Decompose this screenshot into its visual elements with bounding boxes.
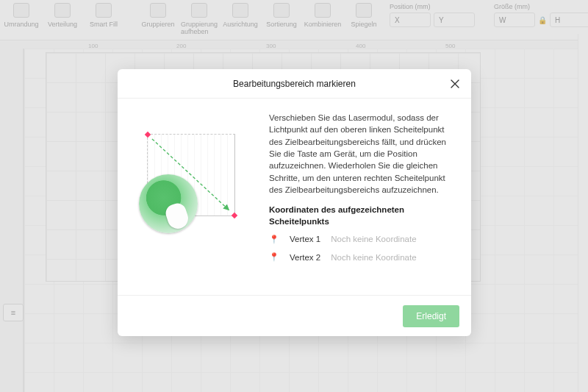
tb-align[interactable]: Ausrichtung: [225, 3, 256, 28]
coords-subhead: Koordinaten des aufgezeichneten Scheitel…: [269, 204, 456, 227]
tb-ungroup[interactable]: Gruppierung aufheben: [184, 3, 215, 35]
sort-icon: [273, 3, 290, 18]
vertex-2-label: Vertex 2: [290, 252, 320, 263]
tb-umrandung[interactable]: Umrandung: [6, 3, 37, 28]
right-panel-edge: [578, 34, 588, 392]
size-w-input[interactable]: [494, 13, 535, 27]
distribute-icon: [54, 3, 71, 18]
view-toggle[interactable]: ≡: [3, 304, 24, 321]
ungroup-icon: [191, 3, 207, 18]
frame-icon: [13, 3, 29, 18]
modal-header: Bearbeitungsbereich markieren: [118, 69, 471, 99]
tb-sort[interactable]: Sortierung: [266, 3, 297, 28]
smartfill-icon: [96, 3, 112, 18]
done-button[interactable]: Erledigt: [403, 305, 459, 327]
tb-mirror[interactable]: Spiegeln: [348, 3, 379, 28]
modal-footer: Erledigt: [118, 295, 471, 336]
modal-title: Bearbeitungsbereich markieren: [233, 79, 356, 89]
tb-verteilung[interactable]: Verteilung: [47, 3, 78, 28]
lock-icon[interactable]: 🔒: [538, 16, 547, 24]
vertex-row-2: 📍 Vertex 2 Noch keine Koordinate: [269, 252, 456, 263]
vertex-2-status: Noch keine Koordinate: [331, 252, 416, 263]
position-group: Position (mm): [390, 3, 475, 27]
pin-icon: 📍: [269, 234, 279, 246]
combine-icon: [315, 3, 331, 18]
tb-combine[interactable]: Kombinieren: [307, 3, 338, 28]
position-x-input[interactable]: [390, 13, 431, 27]
group-icon: [150, 3, 166, 18]
vertex-1-label: Vertex 1: [290, 233, 320, 245]
position-y-input[interactable]: [434, 13, 475, 27]
tb-group[interactable]: Gruppieren: [143, 3, 173, 28]
size-h-input[interactable]: [550, 13, 588, 27]
close-button[interactable]: [448, 76, 462, 91]
mirror-icon: [356, 3, 372, 18]
close-icon: [451, 79, 459, 88]
align-icon: [232, 3, 248, 18]
tb-smartfill[interactable]: Smart Fill: [88, 3, 119, 28]
size-label: Größe (mm): [494, 3, 588, 10]
toolbar: Umrandung Verteilung Smart Fill Gruppier…: [0, 0, 588, 40]
size-group: Größe (mm) 🔒: [494, 3, 588, 27]
vertex-1-status: Noch keine Koordinate: [331, 233, 416, 245]
position-label: Position (mm): [390, 3, 475, 10]
ruler-vertical: [0, 49, 24, 392]
mark-area-modal: Bearbeitungsbereich markieren Verschiebe…: [118, 69, 471, 336]
touch-illustration-icon: [139, 174, 198, 233]
pin-icon: 📍: [269, 252, 279, 263]
modal-body-text: Verschieben Sie das Lasermodul, sodass d…: [269, 112, 456, 196]
vertex-row-1: 📍 Vertex 1 Noch keine Koordinate: [269, 233, 456, 245]
illustration: [125, 112, 265, 295]
